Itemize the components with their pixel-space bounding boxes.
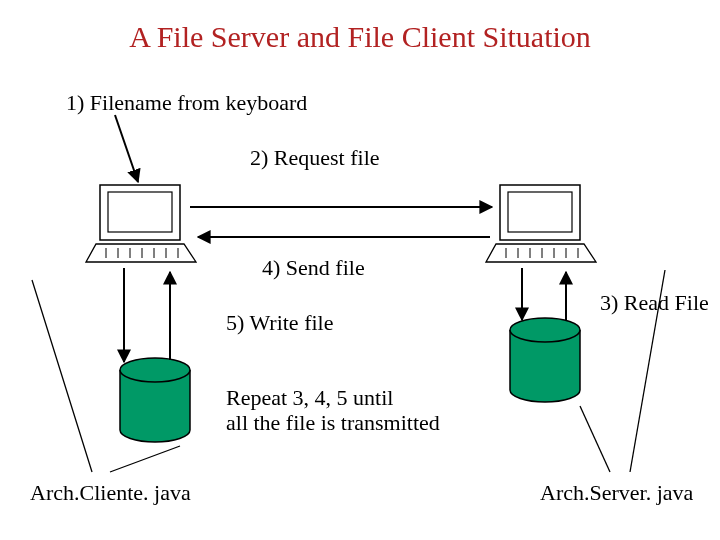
svg-rect-1	[108, 192, 172, 232]
server-bracket-left	[580, 406, 610, 472]
client-disk-icon	[120, 358, 190, 442]
server-bracket-right	[630, 270, 665, 472]
client-computer-icon	[86, 185, 196, 262]
server-disk-icon	[510, 318, 580, 402]
svg-point-18	[120, 358, 190, 382]
svg-rect-10	[508, 192, 572, 232]
client-bracket-left	[32, 280, 92, 472]
arrow-step1	[115, 115, 138, 182]
diagram-canvas	[0, 0, 720, 540]
svg-point-19	[510, 318, 580, 342]
server-computer-icon	[486, 185, 596, 262]
client-bracket-right	[110, 446, 180, 472]
